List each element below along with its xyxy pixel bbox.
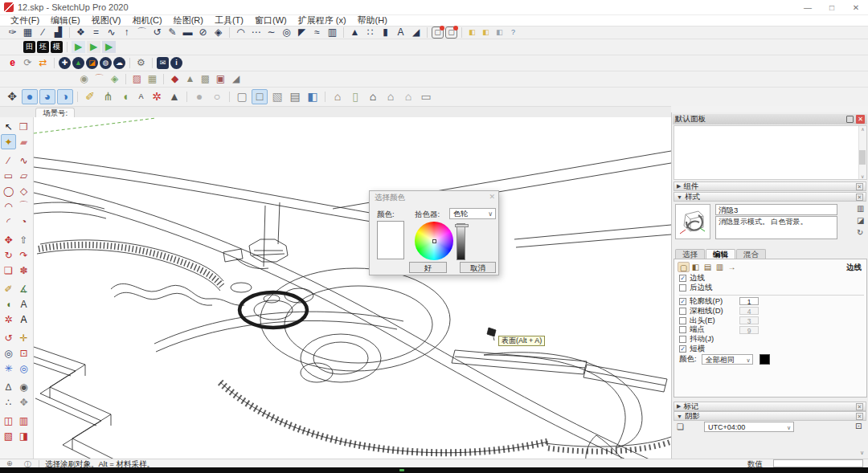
plugin-sketch-icon[interactable]: ✑ <box>6 27 19 39</box>
secondary-pane-icon[interactable]: ▥ <box>857 204 864 216</box>
plugin-dome-icon[interactable]: ◠ <box>234 27 248 39</box>
measurements-input[interactable] <box>773 459 863 467</box>
style-name-input[interactable]: 消隐3 <box>715 204 837 215</box>
stamp-icon[interactable]: ▨ <box>130 73 144 85</box>
scene-play-icon-1[interactable]: ▶ <box>72 41 85 53</box>
rectangle-tool[interactable]: ▭ <box>1 168 16 183</box>
checkbox-4[interactable] <box>679 317 686 324</box>
scene-play-icon-2[interactable]: ▶ <box>87 41 100 53</box>
follow-me-tool[interactable]: ↷ <box>16 247 31 263</box>
drape-icon[interactable]: ▦ <box>145 73 159 85</box>
scrollbar-thumb[interactable] <box>859 150 866 165</box>
panel-scroll-down-icon[interactable]: ∨ <box>860 450 864 456</box>
sphere-grey-icon[interactable]: ● <box>191 89 207 104</box>
menu-item-0[interactable]: 文件(F) <box>5 15 45 26</box>
scale-tool[interactable]: ✽ <box>16 263 31 278</box>
components-section-header[interactable]: ▶ 组件 ✕ <box>674 181 866 191</box>
shadow-toggle-icon[interactable]: ❏ <box>677 422 689 432</box>
select-tool[interactable]: ↖ <box>1 119 16 134</box>
settings-gears-icon[interactable]: ⚙ <box>134 57 148 69</box>
menu-item-7[interactable]: 扩展程序 (x) <box>293 15 352 26</box>
style-monochrome-icon[interactable]: ◧ <box>305 89 321 104</box>
pin-icon[interactable] <box>846 116 854 123</box>
dimension-tool[interactable]: ∡ <box>16 281 31 296</box>
sandbox-contours-icon[interactable]: ◉ <box>77 73 91 85</box>
text-tool[interactable]: A <box>16 296 31 312</box>
measure-pencil-icon[interactable]: ✐ <box>82 89 98 104</box>
value-box-3[interactable]: 4 <box>739 307 759 315</box>
model-viewport[interactable]: 表面(Alt + A) <box>34 117 671 459</box>
grid-black-icon[interactable]: 田 <box>23 41 35 53</box>
sphere-mesh-icon[interactable]: ◍ <box>100 57 112 69</box>
scroll-down-icon[interactable]: ∨ <box>861 173 864 179</box>
plugin-mirror-icon[interactable]: ▲ <box>348 27 362 39</box>
background-settings-icon[interactable]: ▤ <box>702 262 714 272</box>
modeling-settings-icon[interactable]: → <box>726 262 738 272</box>
menu-item-8[interactable]: 帮助(H) <box>352 15 393 26</box>
plugin-array-icon[interactable]: ∷ <box>363 27 377 39</box>
look-around-tool[interactable]: ◉ <box>16 379 31 394</box>
axes-tool[interactable]: ✲ <box>1 312 16 327</box>
zoom-window-tool[interactable]: ⊡ <box>16 345 31 361</box>
swap-icon[interactable]: ⇄ <box>36 57 50 69</box>
plugin-compass-icon[interactable]: A <box>394 27 407 39</box>
plugin-wedge-icon[interactable]: ◤ <box>295 27 309 39</box>
compass-icon[interactable]: ✥ <box>4 89 20 104</box>
plugin-anchor-icon[interactable]: ❖ <box>74 27 88 39</box>
wedge-green-icon[interactable]: ◖ <box>117 89 133 104</box>
timezone-dropdown[interactable]: UTC+04:00 ∨ <box>704 422 794 432</box>
enscape-logo[interactable]: e <box>6 57 19 69</box>
app-icon-with-badge-2[interactable]: ▢ <box>445 27 457 39</box>
shadows-section-header[interactable]: ▼ 阴影 ✕ <box>674 411 866 421</box>
edge-color-swatch[interactable] <box>760 354 770 365</box>
tape-measure-tool[interactable]: ✐ <box>1 281 16 296</box>
freehand-tool[interactable]: ∿ <box>16 153 31 168</box>
dialog-close-icon[interactable]: ✕ <box>489 193 495 201</box>
tags-close-icon[interactable]: ✕ <box>856 403 863 410</box>
axes-color-icon[interactable]: ✲ <box>149 89 165 104</box>
house-box-icon[interactable]: ⌂ <box>383 89 399 104</box>
brightness-slider-handle[interactable] <box>455 224 469 227</box>
checkbox-5[interactable] <box>679 326 686 333</box>
zoom-extents-tool[interactable]: ✳ <box>1 361 16 376</box>
shadow-display-icon[interactable]: ⊡ <box>855 422 862 430</box>
pie-tool[interactable]: ◔ <box>16 214 31 229</box>
text-a3-icon[interactable]: A <box>135 91 147 103</box>
circle-tool[interactable]: ◯ <box>1 183 16 198</box>
style-wireframe-icon[interactable]: ▢ <box>234 89 250 104</box>
menu-item-1[interactable]: 编辑(E) <box>45 15 86 26</box>
watermark-settings-icon[interactable]: ▥ <box>714 262 726 272</box>
plugin-dots-icon[interactable]: ⋯ <box>249 27 263 39</box>
smoove-icon[interactable]: ◈ <box>108 73 121 85</box>
style-shaded-icon[interactable]: ▧ <box>269 89 285 104</box>
move-tool[interactable]: ✥ <box>1 232 16 247</box>
close-button[interactable]: ✕ <box>844 0 868 15</box>
color-wheel-cursor[interactable] <box>432 239 436 243</box>
plugin-chart-icon[interactable]: ▟ <box>51 27 65 39</box>
cloud-upload-icon[interactable]: ☁ <box>113 57 125 69</box>
plugin-curve-icon[interactable]: ∼ <box>264 27 278 39</box>
menu-item-5[interactable]: 工具(T) <box>209 15 249 26</box>
add-detail-icon[interactable]: ◆ <box>168 73 182 85</box>
warehouse-model-yellow-2[interactable]: ◧ <box>480 27 492 39</box>
warehouse-help[interactable]: ? <box>507 27 519 39</box>
add-circle-icon[interactable]: ✚ <box>59 57 71 69</box>
paint-bucket-tool[interactable]: ✦ <box>1 134 16 149</box>
face-settings-icon[interactable]: ◧ <box>690 262 702 272</box>
styles-section-header[interactable]: ▼ 样式 ✕ <box>674 192 866 202</box>
shadows-close-icon[interactable]: ✕ <box>856 413 863 420</box>
new-style-icon[interactable]: ◪ <box>857 216 864 228</box>
sandbox-scratch-icon[interactable]: ⌒ <box>92 73 106 85</box>
section-fill-tool[interactable]: ▥ <box>16 413 31 428</box>
house-3d-icon[interactable]: ⌂ <box>330 89 346 104</box>
3d-text-tool[interactable]: A <box>16 312 31 327</box>
plugin-slope-icon[interactable]: ∕ <box>36 27 50 39</box>
plugin-diamond-icon[interactable]: ◈ <box>211 27 225 39</box>
flip-edge-icon[interactable]: ▲ <box>183 73 197 85</box>
cabinet-icon[interactable]: ▯ <box>347 89 363 104</box>
style-description-input[interactable]: 消隐显示模式。 白色背景。 <box>715 216 837 239</box>
section-display-tool[interactable]: ◨ <box>16 428 31 443</box>
plugin-colosseum-icon[interactable]: ▥ <box>326 27 339 39</box>
plugin-pen-icon[interactable]: ✎ <box>166 27 179 39</box>
color-wheel[interactable] <box>415 222 453 260</box>
